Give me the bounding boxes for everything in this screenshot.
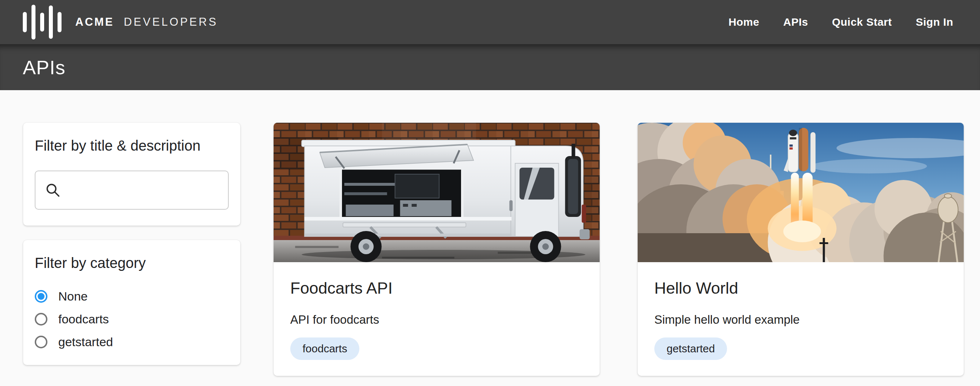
content-area: Filter by title & description Filter by … (0, 90, 980, 376)
nav-item-quick-start[interactable]: Quick Start (832, 16, 892, 28)
radio-icon (35, 336, 48, 348)
search-input[interactable] (67, 173, 228, 207)
magnifier-icon (45, 182, 61, 198)
nav-links: Home APIs Quick Start Sign In (729, 16, 953, 28)
api-card-body: Foodcarts API API for foodcarts foodcart… (274, 262, 600, 376)
top-navbar: ACME DEVELOPERS Home APIs Quick Start Si… (0, 0, 980, 44)
nav-item-sign-in[interactable]: Sign In (916, 16, 954, 28)
brand-name: ACME DEVELOPERS (75, 16, 218, 29)
filters-column: Filter by title & description Filter by … (23, 123, 240, 365)
page-title: APIs (23, 56, 65, 78)
api-card-hello-world[interactable]: Hello World Simple hello world example g… (638, 123, 964, 376)
radio-option-getstarted[interactable]: getstarted (35, 335, 229, 349)
search-box[interactable] (35, 171, 229, 210)
page-header: APIs (0, 44, 980, 90)
api-card-foodcarts[interactable]: Foodcarts API API for foodcarts foodcart… (274, 123, 600, 376)
radio-label: foodcarts (58, 312, 109, 326)
category-chip[interactable]: foodcarts (290, 338, 360, 360)
filter-title-heading: Filter by title & description (35, 137, 229, 155)
api-card-title: Foodcarts API (290, 279, 583, 298)
radio-label: getstarted (58, 335, 113, 349)
category-radio-list: None foodcarts getstarted (35, 289, 229, 349)
api-card-description: API for foodcarts (290, 313, 583, 327)
radio-option-none[interactable]: None (35, 289, 229, 303)
api-card-description: Simple hello world example (654, 313, 947, 327)
filter-category-card: Filter by category None foodcarts getsta… (23, 240, 240, 365)
brand-name-light: DEVELOPERS (124, 16, 218, 28)
food-truck-photo (274, 123, 600, 262)
brand-name-bold: ACME (75, 16, 114, 28)
filter-category-heading: Filter by category (35, 254, 229, 272)
radio-icon (35, 313, 48, 325)
radio-option-foodcarts[interactable]: foodcarts (35, 312, 229, 326)
nav-item-apis[interactable]: APIs (783, 16, 808, 28)
brand-link[interactable]: ACME DEVELOPERS (23, 4, 218, 40)
api-card-title: Hello World (654, 279, 947, 298)
category-chip[interactable]: getstarted (654, 338, 727, 360)
rocket-launch-photo (638, 123, 964, 262)
radio-label: None (58, 289, 88, 303)
filter-title-card: Filter by title & description (23, 123, 240, 226)
equalizer-bars-icon (23, 4, 62, 40)
api-card-body: Hello World Simple hello world example g… (638, 262, 964, 376)
nav-item-home[interactable]: Home (729, 16, 759, 28)
radio-icon (35, 290, 48, 303)
